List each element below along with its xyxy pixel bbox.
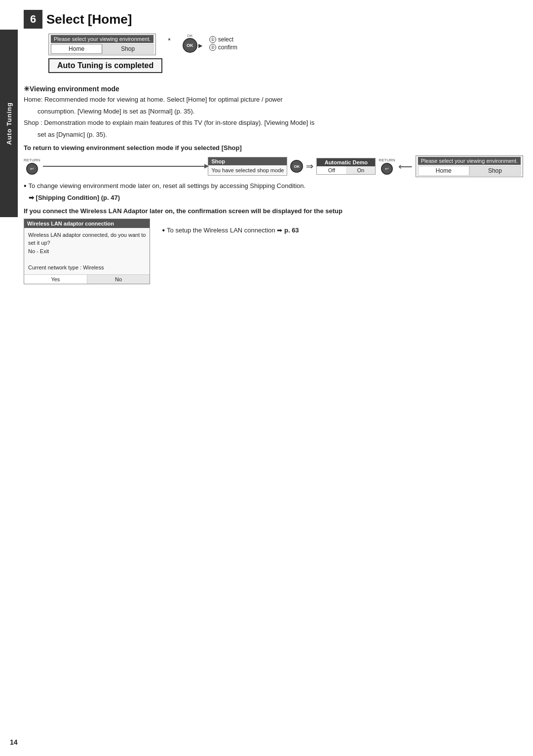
demo-option-off: Off xyxy=(317,166,346,174)
shop-desc-2: set as [Dynamic] (p. 35). xyxy=(24,130,523,140)
wireless-box-body: Wireless LAN adaptor connected, do you w… xyxy=(24,228,150,275)
setup-text-content: To setup the Wireless LAN connection ➡ p… xyxy=(167,226,299,235)
step-title: Select [Home] xyxy=(46,12,132,27)
page-number: 14 xyxy=(10,738,18,746)
wireless-line3: No - Exit xyxy=(28,247,146,256)
asterisk-note: * xyxy=(168,37,170,44)
auto-demo-box: Automatic Demo Off On xyxy=(316,158,376,175)
bullet-change-text: • To change viewing environment mode lat… xyxy=(24,181,523,191)
sidebar-label-text: Auto Tuning xyxy=(5,102,13,145)
shop-box-body: You have selected shop mode xyxy=(208,165,287,175)
wireless-heading: If you connect the Wireless LAN Adaptor … xyxy=(24,207,523,215)
main-content: 6 Select [Home] Please select your viewi… xyxy=(24,10,523,726)
setup-page: p. 63 xyxy=(284,227,299,234)
top-ui-row: Please select your viewing environment. … xyxy=(48,34,523,55)
env-options-bottom: Home Shop xyxy=(418,166,521,176)
auto-tuning-completed-text: Auto Tuning is completed xyxy=(57,61,153,70)
shop-box-header: Shop xyxy=(208,157,287,165)
wireless-line5: Current network type : Wireless xyxy=(28,264,146,272)
bullet-dot-2: • xyxy=(162,226,165,235)
sidebar-auto-tuning: Auto Tuning xyxy=(0,30,18,217)
confirm-label: ② confirm xyxy=(209,44,237,51)
env-select-header-top: Please select your viewing environment. xyxy=(51,35,153,43)
return-circle-left: ↩ xyxy=(26,163,38,175)
return-circle-right: ↩ xyxy=(381,163,393,175)
env-option-shop-top: Shop xyxy=(102,44,153,54)
select-confirm-labels: ① select ② confirm xyxy=(209,36,237,51)
yn-yes: Yes xyxy=(24,275,87,284)
step-header: 6 Select [Home] xyxy=(24,10,523,29)
shop-status-box: Shop You have selected shop mode xyxy=(208,157,287,176)
arrow-mid: ⇒ xyxy=(306,161,313,172)
num-circle-1: ① xyxy=(209,36,216,43)
yn-no: No xyxy=(87,275,150,284)
wireless-line1: Wireless LAN adaptor connected, do you w… xyxy=(28,231,146,239)
ok-button-top[interactable]: OK xyxy=(183,38,197,53)
env-select-box-bottom: Please select your viewing environment. … xyxy=(416,155,523,177)
wireless-box-header: Wireless LAN adaptor connection xyxy=(24,219,150,228)
auto-demo-header: Automatic Demo xyxy=(317,158,375,166)
home-desc-1: Home: Recommended mode for viewing at ho… xyxy=(24,95,523,105)
wireless-row: Wireless LAN adaptor connection Wireless… xyxy=(24,219,523,285)
ok-btn-area-top: OK OK ① select ② confirm xyxy=(183,34,237,53)
env-option-home-top: Home xyxy=(51,44,102,54)
wireless-lan-box: Wireless LAN adaptor connection Wireless… xyxy=(24,219,150,285)
return-btn-right: RETURN ↩ xyxy=(379,158,395,175)
auto-tuning-completed-box: Auto Tuning is completed xyxy=(48,58,162,73)
env-options-top: Home Shop xyxy=(51,44,153,54)
setup-bullet: • To setup the Wireless LAN connection ➡… xyxy=(162,226,299,235)
viewing-mode-heading: ✳Viewing environment mode xyxy=(24,85,523,93)
shipping-condition-text: ➡ [Shipping Condition] (p. 47) xyxy=(29,194,120,201)
ok-circle-flow: OK xyxy=(290,160,303,173)
ok-flow-btn[interactable]: OK xyxy=(290,160,303,173)
num-circle-2: ② xyxy=(209,44,216,51)
setup-text-area: • To setup the Wireless LAN connection ➡… xyxy=(162,223,299,238)
wireless-heading-text: If you connect the Wireless LAN Adaptor … xyxy=(24,207,343,215)
env-select-header-bottom: Please select your viewing environment. xyxy=(418,157,521,165)
wireless-line2: set it up? xyxy=(28,239,146,247)
bullet-change-content: To change viewing environment mode later… xyxy=(29,181,306,191)
demo-option-on: On xyxy=(346,166,375,174)
return-btn-left: RETURN ↩ xyxy=(24,158,40,175)
return-heading: To return to viewing environment selecti… xyxy=(24,144,523,151)
shipping-condition-link: ➡ [Shipping Condition] (p. 47) xyxy=(29,194,523,201)
env-option-home-bottom: Home xyxy=(418,166,469,176)
env-option-shop-bottom: Shop xyxy=(469,166,521,176)
step-number: 6 xyxy=(24,10,42,29)
wireless-yes-no: Yes No xyxy=(24,274,150,284)
bullet-dot-1: • xyxy=(24,181,27,190)
flow-diagram: RETURN ↩ ▶ Shop You have selected shop m… xyxy=(24,155,523,177)
select-label: ① select xyxy=(209,36,237,43)
auto-demo-options: Off On xyxy=(317,166,375,174)
home-desc-2: consumption. [Viewing Mode] is set as [N… xyxy=(24,107,523,116)
shop-desc-1: Shop : Demonstration mode to explain mai… xyxy=(24,118,523,128)
env-select-box-top: Please select your viewing environment. … xyxy=(48,34,156,55)
